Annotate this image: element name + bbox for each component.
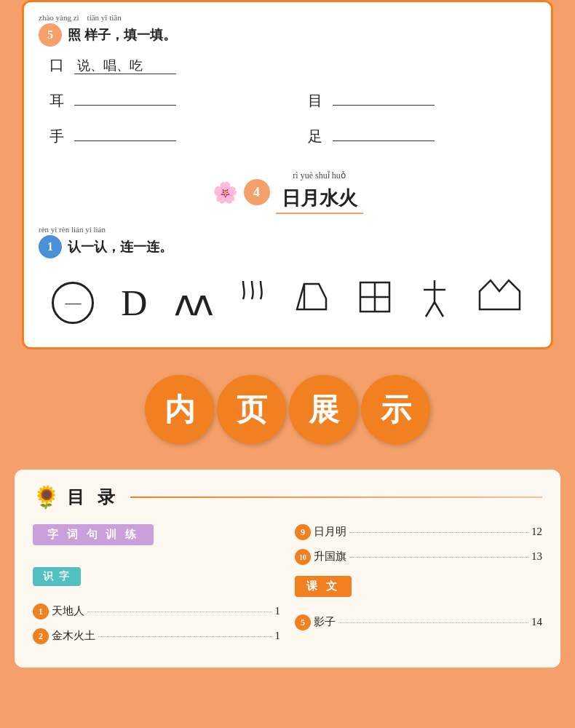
dots-10 (349, 557, 528, 558)
char-label-kou: 口 (49, 55, 71, 75)
ancient-char-mountain: ʌʌ (174, 282, 210, 324)
toc-left: 字 词 句 训 练 识 字 1 天地人 1 2 (33, 524, 280, 653)
lesson-title-container: rì yuè shuǐ huǒ 日月水火 (276, 170, 363, 214)
page-num-2: 1 (275, 630, 281, 642)
svg-line-6 (426, 302, 435, 317)
toc-card: 🌻 目 录 字 词 句 训 练 识 字 1 天地人 (15, 470, 560, 668)
exercise5-header: 5 照 样子，填一填。 (39, 23, 536, 47)
dots-9 (349, 532, 528, 533)
char-label-zu: 足 (308, 127, 330, 146)
toc-body: 字 词 句 训 练 识 字 1 天地人 1 2 (33, 524, 542, 653)
toc-right-category-section: 课 文 (295, 576, 542, 606)
ancient-char-crown (476, 277, 523, 329)
item-title-1: 天地人 (52, 604, 84, 618)
toc-subcategory-label: 识 字 (33, 567, 81, 586)
exercise-1: rèn yi rèn lián yi lián 1 认一认，连一连。 — D ʌ… (39, 225, 536, 336)
answer-line-mu (333, 88, 435, 106)
banner-circle-1: 内 (145, 375, 214, 444)
toc-subcategory-section: 识 字 (33, 567, 280, 595)
ancient-char-moon: D (121, 282, 147, 324)
exercise5-pinyin: zhào yàng zi tiān yī tiān (39, 13, 536, 22)
item-num-1: 1 (33, 604, 49, 620)
item-num-2: 2 (33, 628, 49, 644)
char-label-mu: 目 (308, 91, 330, 111)
fill-line-shou: 手 (49, 124, 279, 146)
exercise1-instruction: 认一认，连一连。 (68, 238, 172, 256)
item-num-5: 5 (295, 614, 311, 630)
star-badge-1: 1 (39, 235, 62, 258)
toc-title-line (130, 496, 542, 498)
ancient-char-sun: — (52, 282, 94, 324)
answer-line-zu (333, 124, 435, 141)
dots-1 (87, 612, 272, 612)
bottom-section: 🌻 目 录 字 词 句 训 练 识 字 1 天地人 (0, 462, 575, 682)
fill-line-zu: 足 (308, 124, 537, 146)
answer-line-example: 说、唱、吃 (74, 57, 176, 74)
ancient-char-field (357, 279, 393, 328)
two-col-row-2: 手 足 (49, 124, 536, 159)
page-num-9: 12 (531, 526, 542, 538)
page-num-1: 1 (275, 605, 281, 617)
toc-header: 🌻 目 录 (33, 484, 542, 510)
toc-item-9: 9 日月明 12 (295, 524, 542, 540)
exercise5-instruction: 照 样子，填一填。 (68, 26, 176, 44)
svg-line-7 (435, 302, 443, 317)
char-label-er: 耳 (49, 91, 71, 111)
toc-category-label: 字 词 句 训 练 (33, 524, 154, 545)
answer-line-shou (74, 124, 176, 141)
fill-lines: 口 说、唱、吃 耳 目 (39, 55, 536, 159)
lesson-title-box: 🌸 4 rì yuè shuǐ huǒ 日月水火 (213, 170, 363, 214)
lesson-number-badge-4: 4 (244, 179, 270, 205)
two-col-row-1: 耳 目 (49, 88, 536, 124)
lesson-pinyin: rì yuè shuǐ huǒ (276, 170, 363, 181)
item-num-10: 10 (295, 549, 311, 565)
toc-item-2: 2 金木火土 1 (33, 628, 280, 644)
fill-line-example: 口 说、唱、吃 (49, 55, 536, 75)
item-title-5: 影子 (314, 615, 336, 629)
answer-line-er (74, 88, 176, 106)
fill-line-er: 耳 (49, 88, 279, 111)
ancient-chars-row: — D ʌʌ (39, 269, 536, 336)
page-num-10: 13 (531, 550, 542, 563)
lesson-badge-section: 🌸 4 rì yuè shuǐ huǒ 日月水火 (39, 170, 536, 214)
item-title-9: 日月明 (314, 525, 346, 539)
ancient-char-water (237, 277, 266, 328)
top-section: zhào yàng zi tiān yī tiān 5 照 样子，填一填。 口 … (0, 0, 575, 357)
banner-circle-4: 示 (361, 375, 430, 444)
dots-5 (338, 622, 528, 623)
lesson-title-text: 日月水火 (276, 184, 363, 214)
toc-category-section: 字 词 句 训 练 (33, 524, 280, 556)
item-title-10: 升国旗 (314, 550, 346, 563)
exercise1-pinyin: rèn yi rèn lián yi lián (39, 225, 536, 234)
toc-right: 9 日月明 12 10 升国旗 13 课 文 (295, 524, 542, 653)
star-badge-5: 5 (39, 23, 62, 47)
char-label-shou: 手 (49, 127, 71, 146)
toc-item-10: 10 升国旗 13 (295, 549, 542, 565)
page-num-5: 14 (531, 616, 542, 628)
ancient-char-person (420, 277, 449, 329)
dots-2 (98, 636, 272, 637)
banner-circle-2: 页 (217, 375, 286, 444)
banner-circle-3: 展 (289, 375, 358, 444)
fill-line-mu: 目 (308, 88, 537, 111)
toc-item-5: 5 影子 14 (295, 614, 542, 630)
toc-item-1: 1 天地人 1 (33, 604, 280, 620)
flower-icon-4: 🌸 (213, 181, 238, 205)
banner-section: 内 页 展 示 (0, 357, 575, 462)
answer-filled-example: 说、唱、吃 (74, 58, 146, 73)
sunflower-icon: 🌻 (33, 484, 60, 510)
toc-right-category-label: 课 文 (295, 576, 352, 597)
exercise-5: zhào yàng zi tiān yī tiān 5 照 样子，填一填。 口 … (39, 13, 536, 159)
banner-circles: 内 页 展 示 (143, 375, 432, 444)
ancient-char-rock (293, 277, 330, 329)
item-title-2: 金木火土 (52, 629, 95, 643)
item-num-9: 9 (295, 524, 311, 540)
exercise1-header: 1 认一认，连一连。 (39, 235, 536, 258)
toc-title: 目 录 (67, 486, 119, 509)
worksheet-card: zhào yàng zi tiān yī tiān 5 照 样子，填一填。 口 … (22, 0, 553, 349)
